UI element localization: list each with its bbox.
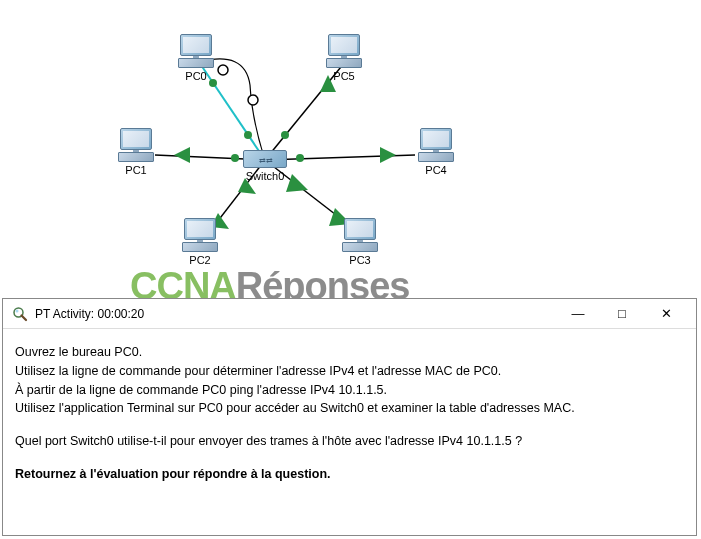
svg-marker-13	[380, 147, 396, 163]
device-label: PC0	[185, 70, 206, 82]
return-instruction: Retournez à l'évaluation pour répondre à…	[15, 465, 684, 484]
device-pc1[interactable]: PC1	[118, 128, 154, 176]
pc-icon	[182, 218, 218, 252]
device-label: PC5	[333, 70, 354, 82]
magnifier-icon	[11, 305, 29, 323]
network-topology: PC0 PC5 PC1 PC4 PC2	[0, 0, 701, 310]
device-label: PC2	[189, 254, 210, 266]
device-pc3[interactable]: PC3	[342, 218, 378, 266]
minimize-button[interactable]: —	[556, 300, 600, 328]
instruction-line: Utilisez l'application Terminal sur PC0 …	[15, 399, 684, 418]
window-titlebar[interactable]: PT Activity: 00:00:20 — □ ✕	[3, 299, 696, 329]
device-label: PC4	[425, 164, 446, 176]
close-button[interactable]: ✕	[644, 300, 688, 328]
pc-icon	[118, 128, 154, 162]
switch-icon: ⇄⇄	[243, 150, 287, 168]
pc-icon	[342, 218, 378, 252]
svg-point-3	[218, 65, 228, 75]
window-title: PT Activity: 00:00:20	[35, 307, 556, 321]
svg-point-22	[16, 309, 19, 312]
pc-icon	[418, 128, 454, 162]
activity-window: PT Activity: 00:00:20 — □ ✕ Ouvrez le bu…	[2, 298, 697, 536]
svg-line-21	[22, 315, 27, 320]
device-label: PC1	[125, 164, 146, 176]
svg-marker-10	[174, 147, 190, 163]
device-switch0[interactable]: ⇄⇄ Switch0	[243, 150, 287, 182]
svg-marker-18	[286, 174, 308, 192]
device-pc2[interactable]: PC2	[182, 218, 218, 266]
instruction-line: Ouvrez le bureau PC0.	[15, 343, 684, 362]
svg-point-9	[231, 154, 239, 162]
maximize-button[interactable]: □	[600, 300, 644, 328]
question-line: Quel port Switch0 utilise-t-il pour envo…	[15, 432, 684, 451]
device-label: Switch0	[246, 170, 285, 182]
svg-point-1	[244, 131, 252, 139]
window-controls: — □ ✕	[556, 300, 688, 328]
device-pc0[interactable]: PC0	[178, 34, 214, 82]
device-label: PC3	[349, 254, 370, 266]
svg-point-4	[248, 95, 258, 105]
instruction-line: À partir de la ligne de commande PC0 pin…	[15, 381, 684, 400]
device-pc5[interactable]: PC5	[326, 34, 362, 82]
window-content: Ouvrez le bureau PC0. Utilisez la ligne …	[3, 329, 696, 498]
instruction-line: Utilisez la ligne de commande pour déter…	[15, 362, 684, 381]
pc-icon	[178, 34, 214, 68]
svg-point-12	[296, 154, 304, 162]
pc-icon	[326, 34, 362, 68]
device-pc4[interactable]: PC4	[418, 128, 454, 176]
svg-point-6	[281, 131, 289, 139]
